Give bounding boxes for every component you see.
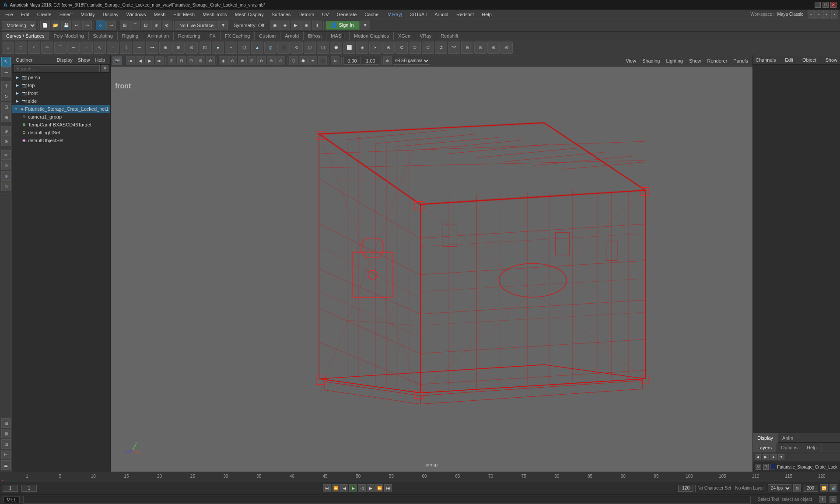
render-btn2[interactable]: ◈ bbox=[280, 21, 290, 30]
undo-btn[interactable]: ↩ bbox=[72, 21, 81, 30]
sign-in-btn[interactable]: 👤 Sign In bbox=[326, 21, 359, 30]
shelf-icon-bezier[interactable]: ⌒ bbox=[54, 42, 66, 54]
layers-tab[interactable]: Layers bbox=[753, 443, 777, 452]
vp-shade-btn[interactable]: ⬢ bbox=[299, 56, 308, 65]
open-scene-btn[interactable]: 📂 bbox=[51, 21, 60, 30]
vp-motion-blur-btn[interactable]: ≋ bbox=[331, 56, 340, 65]
shelf-icon-cube[interactable]: ▪ bbox=[225, 42, 237, 54]
shelf-icon-nurbs2[interactable]: ∿ bbox=[94, 42, 106, 54]
shelf-icon-loft[interactable]: ⬠ bbox=[304, 42, 316, 54]
shelf-icon-ep[interactable]: ╌ bbox=[67, 42, 80, 54]
menu-deform[interactable]: Deform bbox=[295, 11, 318, 18]
menu-arnold[interactable]: Arnold bbox=[431, 11, 452, 18]
vp-dof-btn[interactable]: ⊝ bbox=[276, 56, 285, 65]
scale-tool[interactable]: ⊡ bbox=[1, 102, 11, 112]
anim-tab[interactable]: Anim bbox=[778, 433, 798, 443]
vp-isolate-btn[interactable]: ⊗ bbox=[238, 56, 247, 65]
outliner-item-camera-group[interactable]: ⊕ camera1_group bbox=[12, 113, 110, 121]
tl-play-back-btn[interactable]: ◁ bbox=[358, 484, 366, 492]
shelf-icon-append[interactable]: ⊕ bbox=[159, 42, 172, 54]
shelf-tab-curves[interactable]: Curves / Surfaces bbox=[2, 32, 49, 40]
render-btn3[interactable]: ▶ bbox=[291, 21, 301, 30]
shelf-icon-intersect[interactable]: ⊗ bbox=[382, 42, 395, 54]
tl-prev-key-btn[interactable]: ⏪ bbox=[332, 484, 340, 492]
snap-point-btn[interactable]: ⊡ bbox=[141, 21, 150, 30]
outliner-search-input[interactable] bbox=[14, 65, 100, 72]
channels-menu[interactable]: Channels bbox=[756, 57, 776, 63]
snap-view-btn[interactable]: ⊘ bbox=[162, 21, 172, 30]
layer-btn3[interactable]: ⊡ bbox=[1, 439, 11, 449]
shelf-tab-xgen[interactable]: XGen bbox=[394, 32, 415, 40]
list-btn[interactable]: ☰ bbox=[1, 460, 11, 470]
vp-ortho-btn[interactable]: ⊙ bbox=[228, 56, 237, 65]
shelf-tab-fx[interactable]: FX bbox=[205, 32, 220, 40]
vp-shading-menu[interactable]: Shading bbox=[640, 57, 662, 64]
shelf-tab-arnold[interactable]: Arnold bbox=[280, 32, 304, 40]
shelf-icon-arc[interactable]: ◜ bbox=[28, 42, 40, 54]
vp-renderer-menu[interactable]: Renderer bbox=[705, 57, 730, 64]
render-btn4[interactable]: ■ bbox=[301, 21, 311, 30]
outliner-help-menu[interactable]: Help bbox=[93, 56, 107, 63]
maximize-button[interactable]: □ bbox=[822, 2, 829, 8]
options-tab[interactable]: Options bbox=[777, 443, 802, 452]
workspace-selector[interactable]: Modeling bbox=[2, 21, 36, 30]
close-button[interactable]: ✕ bbox=[830, 2, 836, 8]
shelf-tab-motiongraphics[interactable]: Motion Graphics bbox=[350, 32, 394, 40]
shelf-icon-boolean[interactable]: ⊖ bbox=[461, 42, 473, 54]
tl-next-frame-btn[interactable]: ▶ bbox=[367, 484, 374, 492]
lasso-select-btn[interactable]: ⊸ bbox=[106, 21, 116, 30]
paint-attr-tool[interactable]: ⊘ bbox=[1, 161, 11, 170]
sign-in-dropdown[interactable]: ▼ bbox=[360, 21, 370, 30]
shelf-tab-poly[interactable]: Poly Modeling bbox=[49, 32, 88, 40]
shelf-icon-insert[interactable]: ⊞ bbox=[172, 42, 185, 54]
edit-menu-right[interactable]: Edit bbox=[785, 57, 793, 63]
viewport[interactable]: 📷 ⏮ ◀ ▶ ⏭ ⊞ ⊡ ⊟ ⊠ ⊛ ◈ ⊙ ⊗ ⊞ ⊘ ⊜ ⊝ ⬡ bbox=[111, 55, 752, 472]
shelf-icon-bevel[interactable]: ◈ bbox=[356, 42, 368, 54]
workspace-btn3[interactable]: ▪ bbox=[823, 10, 830, 19]
vp-view3[interactable]: ⊟ bbox=[187, 56, 196, 65]
menu-mesh[interactable]: Mesh bbox=[150, 11, 169, 18]
mel-command-input[interactable] bbox=[23, 496, 751, 504]
vp-aa-btn[interactable]: ⊘ bbox=[257, 56, 266, 65]
render-btn1[interactable]: ◉ bbox=[270, 21, 280, 30]
workspace-btn2[interactable]: ▪ bbox=[816, 10, 822, 19]
outliner-item-side[interactable]: ▶ 📷 side bbox=[12, 97, 110, 105]
shelf-icon-smooth[interactable]: ⊜ bbox=[500, 42, 513, 54]
menu-edit[interactable]: Edit bbox=[18, 11, 33, 18]
tl-go-start-btn[interactable]: ⏮ bbox=[323, 484, 331, 492]
vp-cam-btn[interactable]: 📷 bbox=[112, 56, 122, 65]
shelf-icon-square[interactable]: □ bbox=[15, 42, 27, 54]
outliner-item-objectset[interactable]: ◉ defaultObjectSet bbox=[12, 136, 110, 144]
shelf-icon-torus[interactable]: ◎ bbox=[264, 42, 276, 54]
menu-create[interactable]: Create bbox=[34, 11, 55, 18]
vp-next-frame[interactable]: ▶ bbox=[145, 56, 154, 65]
outliner-item-tempcam[interactable]: ⊗ TempCamFBXASCD46Target bbox=[12, 121, 110, 129]
tl-settings-btn[interactable]: ⚙ bbox=[793, 484, 801, 492]
layer-btn1[interactable]: ⊟ bbox=[1, 418, 11, 428]
outliner-display-menu[interactable]: Display bbox=[55, 56, 74, 63]
start-frame-input[interactable] bbox=[21, 485, 37, 492]
shelf-icon-fillet[interactable]: ⌤ bbox=[448, 42, 460, 54]
shelf-icon-sketch[interactable]: ⌇ bbox=[120, 42, 132, 54]
minimize-button[interactable]: ─ bbox=[815, 2, 821, 8]
gamma-selector[interactable]: sRGB gamma bbox=[393, 57, 430, 65]
show-manip-tool[interactable]: ⊗ bbox=[1, 136, 11, 146]
shelf-tab-custom[interactable]: Custom bbox=[255, 32, 280, 40]
vp-view1[interactable]: ⊞ bbox=[168, 56, 176, 65]
vp-show-menu[interactable]: Show bbox=[686, 57, 704, 64]
shelf-icon-close[interactable]: ⊙ bbox=[474, 42, 486, 54]
current-frame-input[interactable] bbox=[3, 485, 18, 492]
vp-prev-frame[interactable]: ◀ bbox=[136, 56, 144, 65]
save-scene-btn[interactable]: 💾 bbox=[61, 21, 71, 30]
shelf-icon-cone[interactable]: ▲ bbox=[251, 42, 263, 54]
3d-viewport[interactable]: front bbox=[111, 66, 752, 472]
menu-cache[interactable]: Cache bbox=[361, 11, 382, 18]
shelf-tab-sculpting[interactable]: Sculpting bbox=[89, 32, 118, 40]
vp-prev-key[interactable]: ⏮ bbox=[126, 56, 135, 65]
vp-view4[interactable]: ⊠ bbox=[196, 56, 205, 65]
display-tab[interactable]: Display bbox=[753, 433, 778, 443]
vp-view5[interactable]: ⊛ bbox=[206, 56, 215, 65]
shelf-tab-rendering[interactable]: Rendering bbox=[174, 32, 205, 40]
menu-help[interactable]: Help bbox=[478, 11, 495, 18]
layer-btn2[interactable]: ⊠ bbox=[1, 429, 11, 438]
